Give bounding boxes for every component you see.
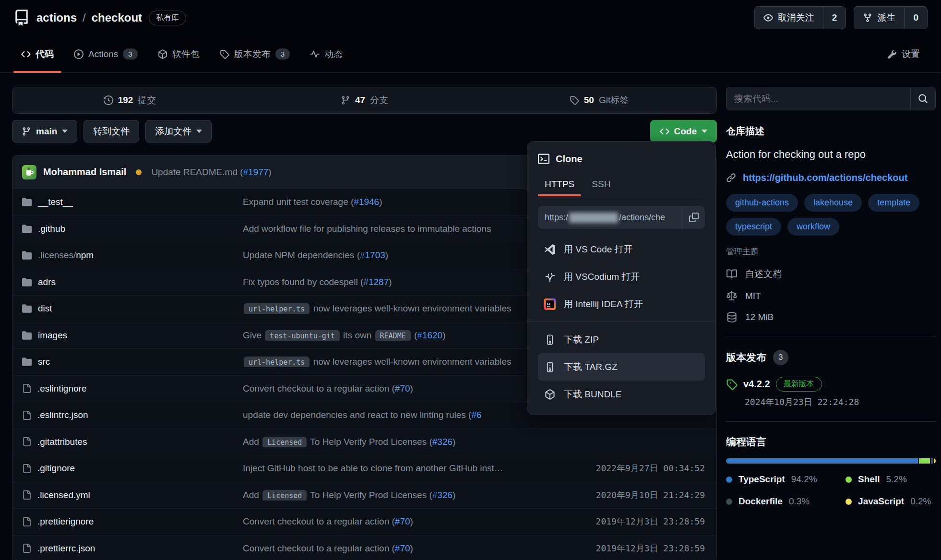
meta-law[interactable]: MIT	[726, 291, 936, 301]
issue-link[interactable]: #70	[395, 543, 410, 553]
issue-link[interactable]: #1703	[360, 250, 385, 260]
file-name[interactable]: .prettierignore	[37, 516, 94, 527]
open-in-vscode-item[interactable]: 用 VS Code 打开	[538, 236, 705, 263]
code-search-input[interactable]	[727, 87, 910, 110]
copy-url-button[interactable]	[682, 206, 705, 229]
file-icon	[22, 464, 31, 473]
branch-selector[interactable]: main	[12, 120, 77, 143]
main-area: 192提交47分支50Git标签 main 转到文件 添加文件 Code	[0, 73, 941, 560]
repo-website-link[interactable]: https://github.com/actions/checkout	[743, 172, 907, 183]
release-version[interactable]: v4.2.2	[743, 379, 770, 390]
tab-actions[interactable]: Actions3	[66, 36, 145, 72]
file-name[interactable]: .licensed.yml	[37, 490, 90, 500]
file-name[interactable]: .gitignore	[37, 463, 75, 474]
releases-heading[interactable]: 版本发布	[726, 351, 766, 364]
language-legend-item[interactable]: JavaScript 0.2%	[846, 496, 936, 507]
settings-label: 设置	[902, 48, 920, 60]
open-in-vscodium-item[interactable]: 用 VSCodium 打开	[538, 263, 705, 290]
fork-label-seg[interactable]: 派生	[854, 7, 904, 29]
clone-url-input[interactable]: https:/ ████████ /actions/che	[538, 206, 682, 229]
issue-link[interactable]: #326	[432, 437, 453, 447]
clone-url-field: https:/ ████████ /actions/che	[538, 206, 705, 229]
language-legend-item[interactable]: TypeScript 94.2%	[726, 474, 846, 485]
language-bar-segment	[919, 458, 929, 464]
clone-tab-ssh[interactable]: SSH	[585, 174, 617, 196]
file-row[interactable]: .gitattributes Add Licensed To Help Veri…	[12, 429, 716, 456]
file-row[interactable]: .licensed.yml Add Licensed To Help Verif…	[12, 482, 716, 509]
fork-button[interactable]: 派生 0	[854, 6, 928, 29]
topic-github-actions[interactable]: github-actions	[726, 194, 798, 212]
idea-icon: IJ	[544, 298, 556, 310]
clone-tab-https[interactable]: HTTPS	[538, 174, 581, 196]
file-name[interactable]: .prettierrc.json	[37, 543, 95, 554]
search-button[interactable]	[910, 87, 935, 110]
issue-link[interactable]: #1977	[243, 167, 269, 177]
stat-分支[interactable]: 47分支	[247, 87, 482, 113]
tab-code[interactable]: 代码	[13, 36, 61, 72]
avatar[interactable]	[22, 165, 36, 179]
stat-Git标签[interactable]: 50Git标签	[482, 87, 716, 113]
issue-link[interactable]: #1946	[354, 197, 379, 207]
tab-packages[interactable]: 软件包	[150, 36, 207, 72]
issue-link[interactable]: #6	[471, 410, 481, 420]
unwatch-button[interactable]: 取消关注 2	[754, 6, 846, 29]
meta-book[interactable]: 自述文档	[726, 268, 936, 280]
file-row[interactable]: .gitignore Inject GitHub host to be able…	[12, 455, 716, 482]
language-bar[interactable]	[726, 458, 936, 464]
history-icon	[104, 95, 113, 105]
tab-settings[interactable]: 设置	[880, 36, 928, 72]
file-name[interactable]: __test__	[38, 197, 73, 207]
issue-link[interactable]: #1287	[363, 277, 389, 287]
topic-template[interactable]: template	[868, 194, 919, 212]
issue-link[interactable]: #70	[395, 516, 410, 526]
add-file-button[interactable]: 添加文件	[145, 120, 212, 143]
file-name[interactable]: dist	[38, 303, 52, 314]
tab-activity[interactable]: 动态	[302, 36, 350, 72]
code-button[interactable]: Code	[650, 120, 717, 143]
chevron-down-icon	[62, 130, 68, 133]
file-name[interactable]: .github	[38, 224, 65, 234]
watchers-count[interactable]: 2	[823, 7, 846, 29]
commit-author[interactable]: Mohammad Ismail	[43, 167, 126, 178]
language-legend-item[interactable]: Shell 5.2%	[846, 474, 936, 485]
file-name[interactable]: .eslintrc.json	[37, 410, 88, 420]
repo-owner-link[interactable]: actions	[36, 11, 77, 24]
topic-lakehouse[interactable]: lakehouse	[804, 194, 862, 212]
goto-file-button[interactable]: 转到文件	[83, 120, 139, 143]
download-item[interactable]: 下载 BUNDLE	[538, 381, 705, 408]
file-name[interactable]: adrs	[38, 277, 56, 287]
issue-link[interactable]: #326	[432, 490, 453, 500]
download-item[interactable]: 下载 TAR.GZ	[538, 353, 705, 381]
issue-link[interactable]: #1620	[417, 330, 442, 340]
file-name[interactable]: .licenses/npm	[38, 250, 94, 261]
issue-link[interactable]: #70	[395, 383, 410, 393]
message-text: )	[410, 383, 413, 393]
file-commit-message: url-helper.ts now leverages well-known e…	[243, 303, 563, 314]
forks-count[interactable]: 0	[904, 7, 927, 29]
topic-workflow[interactable]: workflow	[787, 218, 839, 236]
file-name[interactable]: src	[38, 357, 50, 367]
file-commit-message: Add Licensed To Help Verify Prod License…	[243, 490, 563, 500]
language-legend-item[interactable]: Dockerfile 0.3%	[726, 496, 846, 507]
file-name[interactable]: images	[38, 330, 67, 341]
open-in-idea-item[interactable]: IJ用 Intellij IDEA 打开	[538, 290, 705, 318]
download-item[interactable]: 下载 ZIP	[538, 326, 705, 353]
file-row[interactable]: .prettierrc.json Convert checkout to a r…	[12, 536, 716, 560]
stat-value: 50	[584, 95, 594, 106]
file-name[interactable]: .gitattributes	[37, 437, 87, 447]
file-name[interactable]: .eslintignore	[37, 383, 86, 394]
file-row[interactable]: .prettierignore Convert checkout to a re…	[12, 509, 716, 536]
file-icon	[22, 411, 31, 420]
folder-icon	[22, 250, 32, 260]
unwatch-label-seg[interactable]: 取消关注	[755, 7, 823, 29]
topic-typescript[interactable]: typescript	[726, 218, 781, 236]
manage-topics-link[interactable]: 管理主题	[726, 246, 759, 257]
message-text: Fix typos found by codespell (	[243, 277, 363, 287]
tab-releases[interactable]: 版本发布3	[212, 36, 298, 72]
language-name: Shell	[858, 474, 880, 485]
tag-icon	[570, 95, 579, 105]
meta-database[interactable]: 12 MiB	[726, 312, 936, 322]
stat-提交[interactable]: 192提交	[12, 87, 247, 113]
repo-name-link[interactable]: checkout	[92, 11, 142, 24]
ci-status-icon[interactable]	[136, 169, 142, 175]
